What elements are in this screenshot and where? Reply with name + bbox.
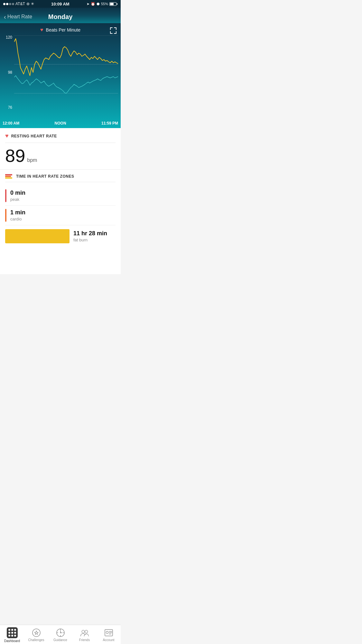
fatburn-zone-data: 11 hr 28 min fat burn xyxy=(73,230,107,242)
fatburn-zone-time: 11 hr 28 min xyxy=(73,230,107,237)
peak-zone-label: peak xyxy=(10,197,116,202)
resting-section-header: ♥ RESTING HEART RATE xyxy=(5,133,116,139)
zone-item-peak: 0 min peak xyxy=(5,186,116,206)
zones-section-title: TIME IN HEART RATE ZONES xyxy=(16,174,74,179)
resting-heart-icon: ♥ xyxy=(5,133,9,139)
y-axis-labels: 120 98 76 xyxy=(3,35,14,109)
x-label-start: 12:00 AM xyxy=(3,121,19,126)
back-button[interactable]: ‹ Heart Rate xyxy=(4,14,32,20)
resting-section-title: RESTING HEART RATE xyxy=(11,134,57,138)
zones-section-header: TIME IN HEART RATE ZONES xyxy=(5,174,116,179)
main-content: ♥ RESTING HEART RATE 89 bpm TIME IN HEAR… xyxy=(0,128,121,274)
signal-dot-1 xyxy=(3,3,5,5)
zone-item-cardio: 1 min cardio xyxy=(5,206,116,225)
zones-icon xyxy=(5,174,12,179)
heart-rate-chart-container: ♥ Beats Per Minute 120 98 76 12:00 AM NO… xyxy=(0,23,121,128)
alarm-icon: ⏰ xyxy=(91,2,95,6)
status-bar: AT&T ⊛ ✳ 10:09 AM ➤ ⏰ ⬢ 55% xyxy=(0,0,121,8)
status-right: ➤ ⏰ ⬢ 55% xyxy=(87,2,117,6)
cardio-zone-time: 1 min xyxy=(10,209,116,216)
bpm-display: 89 bpm xyxy=(5,147,116,165)
chart-x-labels: 12:00 AM NOON 11:59 PM xyxy=(3,119,118,128)
expand-button[interactable] xyxy=(110,27,117,36)
cardio-indicator xyxy=(5,209,6,222)
heart-legend-icon: ♥ xyxy=(40,27,43,33)
wifi-icon: ⊛ xyxy=(26,2,30,6)
heart-rate-zones-section: TIME IN HEART RATE ZONES 0 min peak 1 mi… xyxy=(0,170,121,252)
fatburn-zone-label: fat burn xyxy=(73,238,107,242)
page-title: Monday xyxy=(48,13,73,21)
cardio-zone-label: cardio xyxy=(10,217,116,221)
x-label-end: 11:59 PM xyxy=(101,121,118,126)
page-header: ‹ Heart Rate Monday xyxy=(0,8,121,23)
chart-legend: ♥ Beats Per Minute xyxy=(3,27,118,33)
bpm-unit: bpm xyxy=(27,157,37,163)
peak-zone-time: 0 min xyxy=(10,190,116,196)
zones-divider xyxy=(5,182,116,182)
carrier-label: AT&T xyxy=(15,2,25,6)
signal-dots xyxy=(3,3,14,5)
back-chevron-icon: ‹ xyxy=(4,14,6,20)
location-icon: ➤ xyxy=(87,2,89,6)
peak-zone-data: 0 min peak xyxy=(10,190,116,202)
signal-dot-2 xyxy=(6,3,8,5)
back-label: Heart Rate xyxy=(7,14,32,20)
status-time: 10:09 AM xyxy=(51,2,70,6)
fatburn-bar xyxy=(5,229,70,243)
x-label-noon: NOON xyxy=(55,121,66,126)
bluetooth-icon: ⬢ xyxy=(97,2,100,6)
battery-percent: 55% xyxy=(101,2,108,6)
y-label-120: 120 xyxy=(3,35,12,39)
y-label-98: 98 xyxy=(3,70,12,74)
chart-wrapper: 120 98 76 xyxy=(3,35,118,119)
bpm-value: 89 xyxy=(5,147,25,165)
activity-icon: ✳ xyxy=(31,2,34,6)
status-left: AT&T ⊛ ✳ xyxy=(3,2,34,6)
signal-dot-3 xyxy=(9,3,11,5)
peak-indicator xyxy=(5,189,6,202)
y-label-76: 76 xyxy=(3,106,12,109)
resting-heart-rate-section: ♥ RESTING HEART RATE 89 bpm xyxy=(0,128,121,170)
zone-item-fatburn: 11 hr 28 min fat burn xyxy=(5,225,116,247)
battery-icon xyxy=(109,2,117,6)
cardio-zone-data: 1 min cardio xyxy=(10,209,116,221)
chart-legend-label: Beats Per Minute xyxy=(46,27,80,33)
resting-divider xyxy=(5,143,116,143)
signal-dot-4 xyxy=(12,3,14,5)
chart-svg xyxy=(14,35,118,109)
fatburn-bar-container: 11 hr 28 min fat burn xyxy=(5,229,116,243)
